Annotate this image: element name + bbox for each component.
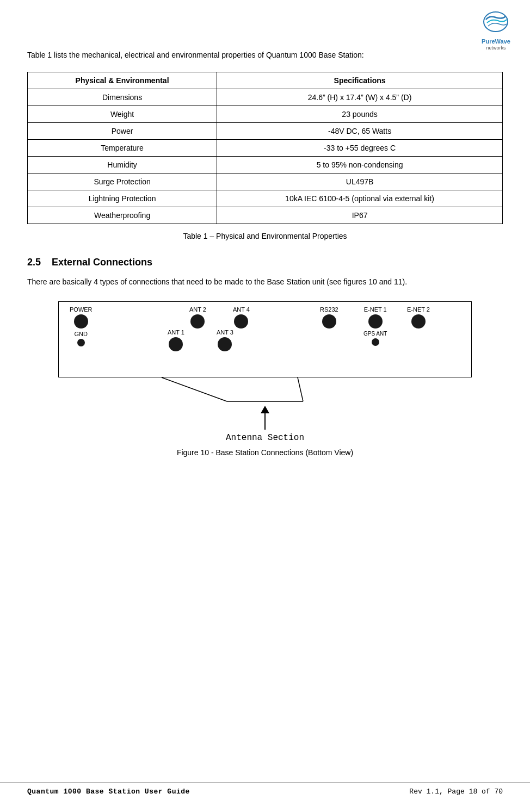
specs-table: Physical & Environmental Specifications … (27, 72, 503, 224)
ant4-connector: ANT 4 (233, 306, 250, 328)
spec-cell: 10kA IEC 6100-4-5 (optional via external… (217, 190, 503, 207)
antenna-section-area: Antenna Section (58, 377, 472, 443)
enet2-dot (411, 314, 426, 328)
spec-cell: -48V DC, 65 Watts (217, 123, 503, 140)
antenna-section-label: Antenna Section (226, 433, 304, 443)
rs232-dot (322, 314, 336, 328)
property-cell: Weight (28, 106, 217, 123)
enet2-connector: E-NET 2 (407, 306, 430, 328)
property-cell: Temperature (28, 140, 217, 157)
gpsant-label: GPS ANT (363, 331, 387, 337)
ant3-dot (218, 337, 232, 351)
footer-left: Quantum 1000 Base Station User Guide (27, 788, 190, 796)
arrow-up (261, 406, 269, 430)
gpsant-dot (372, 338, 379, 346)
ant1-connector: ANT 1 (168, 329, 184, 351)
section-heading: 2.5External Connections (27, 257, 503, 268)
property-cell: Dimensions (28, 89, 217, 106)
enet1-label: E-NET 1 (364, 306, 387, 313)
logo-icon (478, 10, 514, 38)
footer-right: Rev 1.1, Page 18 of 70 (409, 788, 503, 796)
property-cell: Humidity (28, 157, 217, 173)
gnd-dot (77, 339, 85, 346)
figure-caption: Figure 10 - Base Station Connections (Bo… (58, 448, 472, 457)
ant1-dot (169, 337, 183, 351)
property-cell: Surge Protection (28, 173, 217, 190)
table-row: Weight23 pounds (28, 106, 503, 123)
rs232-connector: RS232 (320, 306, 338, 328)
spec-cell: 24.6” (H) x 17.4” (W) x 4.5” (D) (217, 89, 503, 106)
svg-line-1 (162, 377, 227, 401)
table-row: Temperature-33 to +55 degrees C (28, 140, 503, 157)
figure-container: POWER GND ANT 2 ANT 1 ANT 4 ANT (58, 301, 472, 457)
property-cell: Weatherproofing (28, 207, 217, 224)
spec-cell: UL497B (217, 173, 503, 190)
ant2-connector: ANT 2 (189, 306, 206, 328)
property-cell: Lightning Protection (28, 190, 217, 207)
figure-box: POWER GND ANT 2 ANT 1 ANT 4 ANT (58, 301, 472, 377)
table-row: Power-48V DC, 65 Watts (28, 123, 503, 140)
enet1-dot (368, 314, 383, 328)
power-dot (74, 314, 88, 328)
svg-line-2 (298, 377, 303, 401)
logo-area: PureWave networks (478, 10, 514, 51)
table-row: Surge ProtectionUL497B (28, 173, 503, 190)
spec-cell: 23 pounds (217, 106, 503, 123)
enet2-label: E-NET 2 (407, 306, 430, 313)
spec-cell: IP67 (217, 207, 503, 224)
spec-cell: -33 to +55 degrees C (217, 140, 503, 157)
company-name: PureWave (478, 38, 514, 45)
footer: Quantum 1000 Base Station User Guide Rev… (0, 783, 530, 796)
arrow-shaft (264, 413, 266, 430)
ant2-dot (190, 314, 205, 328)
ant1-label: ANT 1 (168, 329, 184, 336)
property-cell: Power (28, 123, 217, 140)
rs232-label: RS232 (320, 306, 338, 313)
section-title: External Connections (52, 257, 152, 268)
body-paragraph: There are basically 4 types of connectio… (27, 276, 503, 288)
section-number: 2.5 (27, 257, 41, 268)
company-sub: networks (478, 45, 514, 51)
table-row: Dimensions24.6” (H) x 17.4” (W) x 4.5” (… (28, 89, 503, 106)
ant4-label: ANT 4 (233, 306, 250, 313)
intro-paragraph: Table 1 lists the mechanical, electrical… (27, 49, 503, 61)
power-connector: POWER GND (70, 306, 93, 346)
table-row: Lightning Protection10kA IEC 6100-4-5 (o… (28, 190, 503, 207)
col-header-specs: Specifications (217, 72, 503, 89)
spec-cell: 5 to 95% non-condensing (217, 157, 503, 173)
col-header-physical: Physical & Environmental (28, 72, 217, 89)
table-caption: Table 1 – Physical and Environmental Pro… (27, 232, 503, 240)
enet1-connector: E-NET 1 GPS ANT (363, 306, 387, 346)
table-row: WeatherproofingIP67 (28, 207, 503, 224)
trapezoid-svg (58, 377, 472, 405)
ant3-connector: ANT 3 (217, 329, 233, 351)
table-row: Humidity5 to 95% non-condensing (28, 157, 503, 173)
ant4-dot (234, 314, 248, 328)
ant3-label: ANT 3 (217, 329, 233, 336)
power-label: POWER (70, 306, 93, 313)
ant2-label: ANT 2 (189, 306, 206, 313)
arrow-head (261, 406, 269, 413)
gnd-label: GND (75, 331, 88, 337)
